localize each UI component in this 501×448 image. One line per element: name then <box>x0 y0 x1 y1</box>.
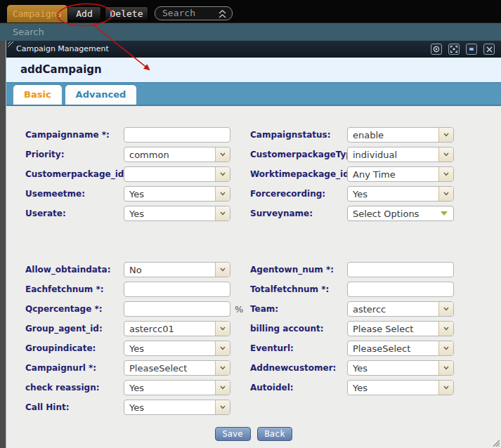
call-hint-label: Call Hint: <box>25 402 124 412</box>
select-value: Yes <box>348 189 438 199</box>
collapse-chevrons-icon <box>219 10 226 18</box>
dropdown-arrow-icon[interactable] <box>215 381 230 395</box>
allow-obtaindata-select[interactable]: No <box>124 262 230 277</box>
back-button[interactable]: Back <box>257 427 293 441</box>
close-icon[interactable] <box>483 44 495 55</box>
dropdown-arrow-icon[interactable] <box>215 147 230 162</box>
form-group-gap <box>250 223 496 260</box>
surveyname-combo[interactable]: Select Options <box>347 206 454 221</box>
resize-grip-se-icon[interactable] <box>491 438 500 447</box>
customerpackage-id-select[interactable] <box>124 166 230 182</box>
check-reassign-label: check reassign: <box>25 383 124 393</box>
dropdown-arrow-icon[interactable] <box>215 322 230 336</box>
search-toggle[interactable]: Search <box>155 6 233 20</box>
autoidel-select[interactable]: Yes <box>347 380 454 395</box>
billing-account-label: billing account: <box>250 324 347 334</box>
dropdown-arrow-icon[interactable] <box>215 341 230 355</box>
form-row: Campaignstatus:enable <box>250 125 496 145</box>
usemeetme-select[interactable]: Yes <box>124 186 230 202</box>
select-value: common <box>124 150 215 160</box>
team-select[interactable]: astercc <box>347 301 454 317</box>
dropdown-arrow-icon[interactable] <box>438 381 453 395</box>
dropdown-arrow-icon[interactable] <box>438 302 453 316</box>
select-value: Yes <box>124 383 215 393</box>
resize-grip-nw-icon[interactable] <box>8 41 13 47</box>
eventurl-select[interactable]: PleaseSelect <box>347 341 454 356</box>
addnewcustomer-select[interactable]: Yes <box>347 360 454 376</box>
groupindicate-select[interactable]: Yes <box>124 341 230 356</box>
filter-bar: Search <box>0 22 501 41</box>
minimize-icon[interactable] <box>466 44 477 55</box>
userate-label: Userate: <box>25 209 124 218</box>
save-button[interactable]: Save <box>215 427 251 441</box>
qcpercentage-label: Qcpercentage *: <box>25 304 124 314</box>
form-row: Eachfetchnum *: <box>25 279 250 299</box>
forcerecording-select[interactable]: Yes <box>347 186 454 202</box>
select-value: Yes <box>124 209 215 219</box>
check-reassign-select[interactable]: Yes <box>124 380 230 395</box>
select-value: Yes <box>124 189 215 199</box>
call-hint-select[interactable]: Yes <box>124 400 230 415</box>
select-value: PleaseSelect <box>124 363 215 374</box>
select-value: astercc01 <box>124 324 215 334</box>
dropdown-arrow-icon[interactable] <box>215 263 230 277</box>
form-group-gap <box>25 223 250 260</box>
worktimepackage-id-select[interactable]: Any Time <box>347 166 454 182</box>
select-value: Yes <box>124 402 215 413</box>
form-row: Customerpackage_id: <box>25 164 250 184</box>
totalfetchnum-input[interactable] <box>347 282 454 297</box>
shade-icon[interactable] <box>431 44 442 55</box>
dialog-titlebar[interactable]: Campaign Management <box>6 41 501 58</box>
dropdown-arrow-icon[interactable] <box>215 187 230 201</box>
form-row: Autoidel:Yes <box>250 378 496 397</box>
form-column-left: Campaignname *:Priority:commonCustomerpa… <box>25 125 250 448</box>
group-agent-id-select[interactable]: astercc01 <box>124 321 230 336</box>
dropdown-arrow-icon[interactable] <box>438 128 453 142</box>
dropdown-arrow-icon[interactable] <box>215 361 230 375</box>
priority-select[interactable]: common <box>124 147 230 162</box>
form-row: billing account:Please Select <box>250 319 496 338</box>
select-value: enable <box>348 130 438 140</box>
delete-button[interactable]: Delete <box>105 6 148 21</box>
tab-basic[interactable]: Basic <box>13 85 62 105</box>
form-row: Worktimepackage_id:Any Time <box>250 164 496 184</box>
usemeetme-label: Usemeetme: <box>25 189 124 199</box>
dropdown-arrow-icon[interactable] <box>215 400 230 414</box>
tab-campaigns[interactable]: Campaigns <box>7 5 67 22</box>
eachfetchnum-label: Eachfetchnum *: <box>25 284 124 294</box>
worktimepackage-id-label: Worktimepackage_id: <box>250 169 347 179</box>
qcpercentage-input[interactable] <box>124 301 230 317</box>
dialog-heading-bar: addCampaign <box>6 58 501 82</box>
dropdown-arrow-icon[interactable] <box>215 167 230 181</box>
select-value: PleaseSelect <box>348 343 438 354</box>
dropdown-arrow-icon[interactable] <box>438 322 453 336</box>
dropdown-arrow-icon[interactable] <box>438 147 453 162</box>
add-button[interactable]: Add <box>67 6 101 21</box>
agentown-num-input[interactable] <box>347 262 454 277</box>
billing-account-select[interactable]: Please Select <box>347 321 454 336</box>
form-row: CustomerpackageType:individual <box>250 145 496 164</box>
dropdown-arrow-icon[interactable] <box>215 206 230 220</box>
group-agent-id-label: Group_agent_id: <box>25 324 124 334</box>
customerpackagetype-select[interactable]: individual <box>347 147 454 162</box>
campaignstatus-select[interactable]: enable <box>347 127 454 143</box>
combo-value: Select Options <box>348 209 441 219</box>
dropdown-arrow-icon[interactable] <box>438 361 453 375</box>
tab-advanced[interactable]: Advanced <box>65 85 137 105</box>
eachfetchnum-input[interactable] <box>124 282 230 297</box>
userate-select[interactable]: Yes <box>124 206 230 221</box>
form-row: Eventurl:PleaseSelect <box>250 338 496 358</box>
groupindicate-label: Groupindicate: <box>25 343 124 353</box>
form-row: Forcerecording:Yes <box>250 184 496 204</box>
campaign-management-dialog: Campaign Management <box>6 41 501 448</box>
campaignurl-select[interactable]: PleaseSelect <box>124 360 230 376</box>
autoidel-label: Autoidel: <box>250 383 347 393</box>
dropdown-arrow-icon[interactable] <box>438 167 453 181</box>
dropdown-arrow-icon[interactable] <box>438 187 453 201</box>
campaignname-input[interactable] <box>124 127 230 143</box>
top-toolbar: Campaigns Add Delete Search <box>0 0 501 22</box>
eventurl-label: Eventurl: <box>250 343 347 353</box>
dropdown-arrow-icon[interactable] <box>438 341 453 355</box>
maximize-icon[interactable] <box>448 44 460 55</box>
dropdown-triangle-icon[interactable] <box>441 211 448 216</box>
